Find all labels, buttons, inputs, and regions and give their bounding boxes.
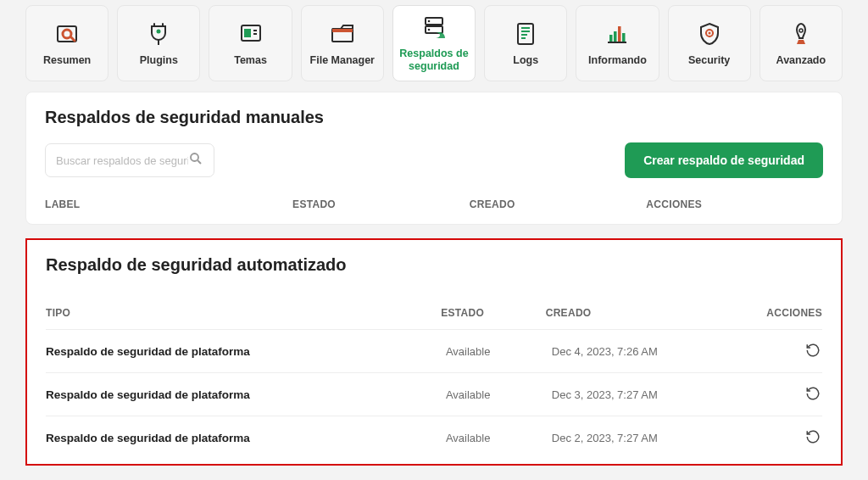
svg-rect-23 — [618, 26, 621, 42]
tab-label: Security — [688, 54, 730, 67]
svg-rect-24 — [622, 33, 626, 42]
restore-icon — [805, 429, 821, 447]
tab-label: Temas — [234, 54, 267, 67]
svg-line-2 — [71, 37, 75, 41]
advanced-icon — [787, 20, 815, 47]
tab-plugins[interactable]: Plugins — [117, 5, 200, 81]
plugin-icon — [145, 20, 172, 47]
row-estado: Available — [446, 345, 552, 358]
table-row: Respaldo de seguridad de plataforma Avai… — [46, 329, 822, 372]
svg-rect-6 — [244, 29, 251, 37]
backups-icon — [420, 14, 448, 41]
auto-backups-card: Respaldo de seguridad automatizado TIPO … — [25, 238, 843, 466]
search-icon[interactable] — [188, 151, 203, 170]
themes-icon — [237, 20, 264, 47]
col-estado: ESTADO — [292, 198, 470, 210]
col-estado: ESTADO — [441, 307, 545, 319]
tab-label: File Manager — [310, 54, 375, 67]
folder-icon — [329, 20, 356, 47]
tab-informando[interactable]: Informando — [576, 5, 659, 81]
svg-rect-22 — [614, 31, 617, 42]
restore-button[interactable] — [804, 428, 822, 447]
row-creado: Dec 3, 2023, 7:27 AM — [552, 388, 776, 401]
tab-respaldos[interactable]: Respaldos de seguridad — [392, 5, 476, 81]
overview-icon — [53, 20, 81, 47]
tab-logs[interactable]: Logs — [484, 5, 567, 81]
logs-icon — [512, 20, 539, 47]
reporting-icon — [604, 20, 631, 47]
restore-icon — [805, 386, 821, 404]
row-estado: Available — [446, 388, 552, 401]
restore-button[interactable] — [804, 342, 822, 360]
tab-label: Informando — [588, 54, 647, 67]
row-tipo: Respaldo de seguridad de plataforma — [46, 345, 446, 358]
col-acciones: ACCIONES — [646, 198, 823, 210]
svg-point-14 — [428, 29, 431, 31]
tab-label: Respaldos de seguridad — [397, 47, 471, 73]
col-creado: CREADO — [470, 198, 647, 210]
col-tipo: TIPO — [46, 307, 441, 319]
svg-line-29 — [198, 160, 201, 164]
tab-label: Plugins — [140, 54, 178, 67]
manual-backups-title: Respaldos de seguridad manuales — [45, 108, 823, 127]
search-input[interactable] — [56, 154, 188, 167]
search-box[interactable] — [45, 143, 214, 177]
tab-temas[interactable]: Temas — [209, 5, 292, 81]
col-creado: CREADO — [546, 307, 767, 319]
svg-rect-10 — [332, 29, 353, 32]
col-acciones: ACCIONES — [766, 307, 822, 319]
col-label: LABEL — [45, 198, 292, 210]
svg-point-27 — [799, 29, 803, 32]
tab-file-manager[interactable]: File Manager — [301, 5, 384, 81]
auto-backups-title: Respaldo de seguridad automatizado — [46, 255, 822, 275]
svg-point-26 — [708, 31, 710, 34]
svg-point-28 — [191, 153, 198, 161]
manual-backups-card: Respaldos de seguridad manuales Crear re… — [25, 92, 843, 225]
auto-table-header: TIPO ESTADO CREADO ACCIONES — [46, 302, 822, 329]
security-icon — [696, 20, 723, 47]
table-row: Respaldo de seguridad de plataforma Avai… — [46, 372, 822, 416]
restore-icon — [805, 343, 821, 360]
row-creado: Dec 4, 2023, 7:26 AM — [552, 345, 776, 358]
tab-avanzado[interactable]: Avanzado — [760, 5, 843, 81]
svg-point-4 — [157, 29, 161, 33]
tab-label: Avanzado — [776, 54, 826, 67]
table-row: Respaldo de seguridad de plataforma Avai… — [46, 416, 822, 459]
tab-security[interactable]: Security — [668, 5, 751, 81]
row-creado: Dec 2, 2023, 7:27 AM — [552, 432, 776, 444]
tab-label: Logs — [513, 54, 538, 67]
row-estado: Available — [446, 432, 552, 444]
svg-rect-21 — [609, 35, 613, 42]
svg-point-1 — [63, 30, 71, 38]
tabs-row: Resumen Plugins Temas File Manager Respa… — [25, 5, 843, 81]
row-tipo: Respaldo de seguridad de plataforma — [46, 388, 446, 401]
manual-table-header: LABEL ESTADO CREADO ACCIONES — [45, 195, 823, 212]
create-backup-button[interactable]: Crear respaldo de seguridad — [625, 142, 823, 178]
svg-point-13 — [428, 20, 431, 23]
row-tipo: Respaldo de seguridad de plataforma — [46, 432, 446, 444]
restore-button[interactable] — [804, 385, 822, 404]
tab-label: Resumen — [43, 54, 91, 67]
tab-resumen[interactable]: Resumen — [25, 5, 108, 81]
